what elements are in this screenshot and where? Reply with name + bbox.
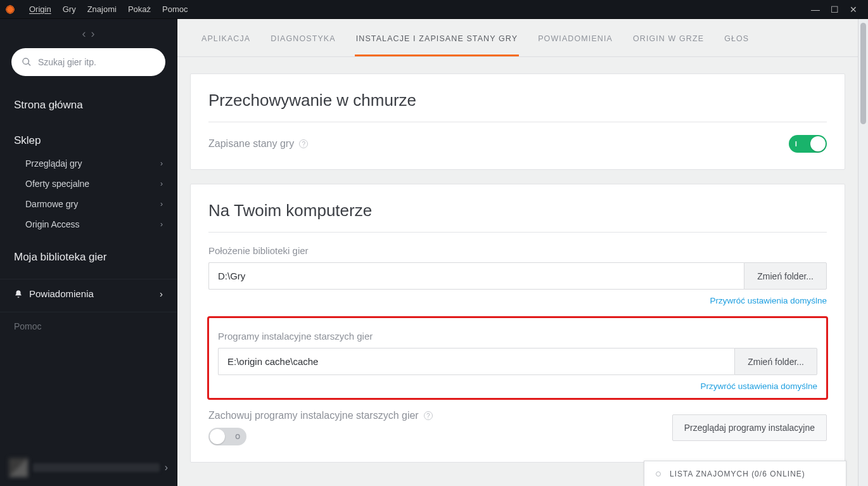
scrollbar-thumb[interactable] [860, 23, 866, 124]
avatar [9, 458, 28, 477]
friends-list-widget[interactable]: LISTA ZNAJOMYCH (0/6 ONLINE) [644, 461, 846, 486]
content: APLIKACJA DIAGNOSTYKA INSTALACJE I ZAPIS… [177, 19, 858, 486]
card-title: Przechowywanie w chmurze [208, 91, 827, 110]
toggle-knob [810, 136, 826, 151]
menu-help[interactable]: Pomoc [162, 4, 188, 14]
search-input[interactable] [38, 57, 155, 67]
friends-list-label: LISTA ZNAJOMYCH (0/6 ONLINE) [670, 470, 805, 478]
window-minimize-icon[interactable]: — [806, 4, 825, 15]
status-dot-icon [656, 471, 661, 476]
sidebar-notifications[interactable]: Powiadomienia › [0, 279, 177, 308]
bell-icon [14, 290, 23, 298]
nav-arrows: ‹ › [0, 19, 177, 48]
sidebar-home[interactable]: Strona główna [0, 93, 177, 118]
chevron-right-icon: › [160, 159, 163, 168]
cloud-saves-toggle[interactable]: I [789, 135, 827, 153]
sidebar-user-row[interactable]: › [0, 452, 177, 486]
nav-forward-icon[interactable]: › [91, 27, 95, 41]
library-path-input[interactable] [208, 262, 744, 290]
menu-friends[interactable]: Znajomi [87, 4, 117, 14]
legacy-installers-label: Programy instalacyjne starszych gier [218, 331, 817, 342]
keep-installers-label: Zachowuj programy instalacyjne starszych… [208, 410, 433, 421]
tab-installs-saves[interactable]: INSTALACJE I ZAPISANE STANY GRY [355, 34, 519, 56]
sidebar-store-offers[interactable]: Oferty specjalne› [0, 174, 177, 194]
tab-application[interactable]: APLIKACJA [200, 34, 252, 56]
sidebar-store[interactable]: Sklep [0, 128, 177, 153]
scrollbar[interactable] [858, 19, 868, 486]
sidebar: ‹ › Strona główna Sklep Przeglądaj gry› … [0, 19, 177, 486]
menu-show[interactable]: Pokaż [128, 4, 151, 14]
settings-scroll-area[interactable]: Przechowywanie w chmurze Zapisane stany … [177, 57, 858, 485]
toggle-knob [210, 429, 225, 444]
cloud-saves-label: Zapisane stany gry ? [208, 138, 308, 150]
card-title: Na Twoim komputerze [208, 201, 827, 221]
main: APLIKACJA DIAGNOSTYKA INSTALACJE I ZAPIS… [177, 19, 868, 486]
card-cloud-storage: Przechowywanie w chmurze Zapisane stany … [190, 74, 845, 170]
chevron-right-icon: › [160, 288, 163, 299]
sidebar-item-label: Przeglądaj gry [25, 158, 82, 169]
sidebar-library[interactable]: Moja biblioteka gier [0, 245, 177, 270]
window-close-icon[interactable]: ✕ [844, 4, 863, 15]
change-library-folder-button[interactable]: Zmień folder... [744, 262, 827, 290]
sidebar-store-access[interactable]: Origin Access› [0, 214, 177, 234]
browse-installers-button[interactable]: Przeglądaj programy instalacyjne [672, 414, 827, 441]
titlebar: Origin Gry Znajomi Pokaż Pomoc — ☐ ✕ [0, 0, 868, 19]
sidebar-item-label: Darmowe gry [25, 199, 78, 209]
chevron-right-icon: › [165, 462, 168, 473]
card-local-storage: Na Twoim komputerze Położenie biblioteki… [190, 184, 845, 463]
chevron-right-icon: › [160, 200, 163, 208]
chevron-right-icon: › [160, 179, 163, 188]
tab-origin-ingame[interactable]: ORIGIN W GRZE [632, 34, 705, 56]
change-legacy-folder-button[interactable]: Zmień folder... [734, 348, 817, 375]
toggle-off-label: O [235, 433, 240, 440]
username-redacted [33, 463, 160, 472]
menu-origin[interactable]: Origin [29, 4, 51, 14]
sidebar-item-label: Powiadomienia [29, 288, 94, 299]
sidebar-item-label: Origin Access [25, 219, 80, 229]
legacy-path-input[interactable] [218, 348, 734, 375]
tab-diagnostics[interactable]: DIAGNOSTYKA [269, 34, 336, 56]
settings-tabs: APLIKACJA DIAGNOSTYKA INSTALACJE I ZAPIS… [177, 19, 858, 57]
search-icon [22, 57, 32, 67]
restore-legacy-default-link[interactable]: Przywróć ustawienia domyślne [700, 381, 817, 391]
sidebar-help[interactable]: Pomoc [0, 312, 177, 340]
toggle-on-label: I [795, 141, 797, 148]
chevron-right-icon: › [160, 220, 163, 229]
nav-back-icon[interactable]: ‹ [82, 27, 86, 41]
legacy-installers-highlight: Programy instalacyjne starszych gier Zmi… [207, 316, 828, 400]
help-icon[interactable]: ? [424, 411, 433, 420]
origin-logo-icon [5, 4, 15, 15]
divider [208, 122, 827, 122]
divider [208, 232, 827, 233]
library-location-label: Położenie biblioteki gier [208, 245, 827, 256]
sidebar-store-browse[interactable]: Przeglądaj gry› [0, 153, 177, 174]
restore-library-default-link[interactable]: Przywróć ustawienia domyślne [710, 296, 827, 305]
search-field[interactable] [11, 48, 165, 76]
keep-installers-toggle[interactable]: O [208, 428, 246, 445]
sidebar-item-label: Oferty specjalne [25, 179, 89, 189]
tab-notifications[interactable]: POWIADOMIENIA [537, 34, 614, 56]
tab-voice[interactable]: GŁOS [723, 34, 750, 56]
window-maximize-icon[interactable]: ☐ [825, 4, 844, 15]
menu-games[interactable]: Gry [63, 4, 76, 14]
help-icon[interactable]: ? [299, 139, 308, 148]
sidebar-store-free[interactable]: Darmowe gry› [0, 194, 177, 214]
